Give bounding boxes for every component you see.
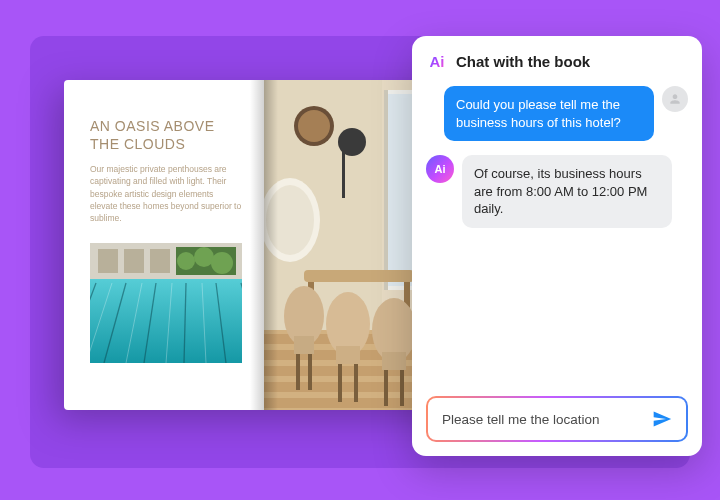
- svg-rect-38: [304, 270, 414, 282]
- chat-input-frame: [426, 396, 688, 442]
- svg-rect-35: [342, 142, 345, 198]
- book-title-line2: THE CLOUDS: [90, 136, 185, 152]
- svg-point-5: [177, 252, 195, 270]
- svg-rect-2: [124, 249, 144, 273]
- ai-avatar: Ai: [426, 155, 454, 183]
- book-page-left: AN OASIS ABOVE THE CLOUDS Our majestic p…: [64, 80, 264, 410]
- svg-rect-44: [308, 354, 312, 390]
- svg-rect-43: [296, 354, 300, 390]
- user-avatar: [662, 86, 688, 112]
- book-spread: AN OASIS ABOVE THE CLOUDS Our majestic p…: [64, 80, 464, 410]
- chat-panel: Ai Chat with the book Could you please t…: [412, 36, 702, 456]
- chat-input[interactable]: [442, 412, 648, 427]
- svg-rect-47: [338, 364, 342, 402]
- book-title: AN OASIS ABOVE THE CLOUDS: [90, 118, 242, 153]
- svg-point-7: [211, 252, 233, 274]
- ai-badge-text: Ai: [435, 163, 446, 175]
- svg-rect-42: [294, 336, 314, 354]
- svg-rect-51: [384, 370, 388, 406]
- svg-rect-50: [382, 352, 406, 370]
- ai-message-bubble: Of course, its business hours are from 8…: [462, 155, 672, 228]
- user-message-row: Could you please tell me the business ho…: [426, 86, 688, 141]
- svg-rect-48: [354, 364, 358, 402]
- ai-logo-icon: Ai: [426, 50, 448, 72]
- svg-rect-3: [150, 249, 170, 273]
- user-message-bubble: Could you please tell me the business ho…: [444, 86, 654, 141]
- svg-rect-1: [98, 249, 118, 273]
- book-body-text: Our majestic private penthouses are capt…: [90, 163, 242, 225]
- svg-rect-52: [400, 370, 404, 406]
- send-icon: [652, 409, 672, 429]
- svg-rect-29: [384, 90, 388, 290]
- svg-rect-9: [90, 279, 242, 363]
- book-title-line1: AN OASIS ABOVE: [90, 118, 215, 134]
- svg-rect-46: [336, 346, 360, 364]
- svg-point-33: [298, 110, 330, 142]
- chat-header: Ai Chat with the book: [426, 50, 688, 72]
- ai-message-row: Ai Of course, its business hours are fro…: [426, 155, 688, 228]
- svg-point-6: [194, 247, 214, 267]
- person-icon: [668, 92, 682, 106]
- send-button[interactable]: [648, 405, 676, 433]
- chat-title: Chat with the book: [456, 53, 590, 70]
- pool-illustration: [90, 243, 242, 363]
